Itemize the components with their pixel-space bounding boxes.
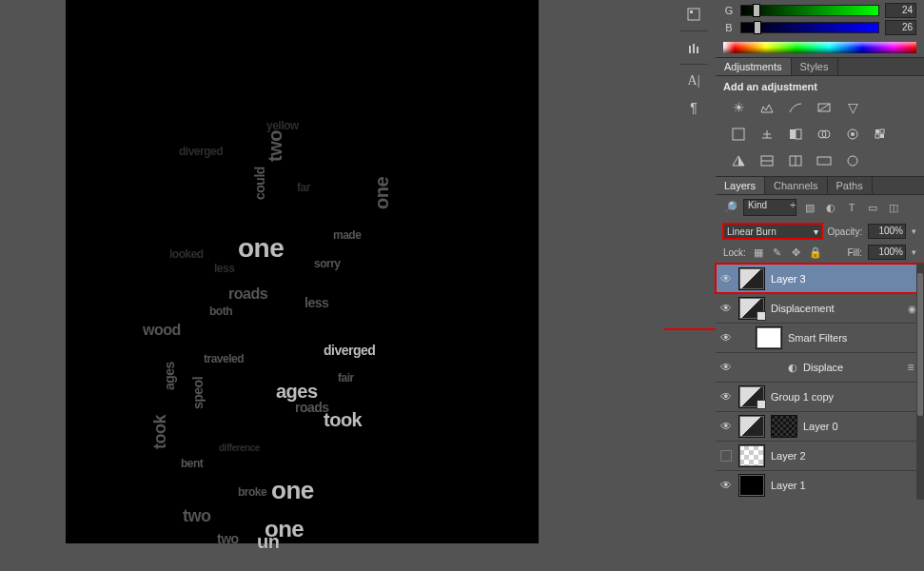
- visibility-toggle-icon[interactable]: 👁: [716, 361, 737, 374]
- color-lookup-icon[interactable]: [872, 127, 891, 142]
- svg-rect-0: [688, 9, 699, 20]
- vibrance-icon[interactable]: ▽: [843, 100, 862, 115]
- layer-name[interactable]: Layer 1: [771, 480, 918, 491]
- tab-adjustments[interactable]: Adjustments: [716, 58, 792, 75]
- blend-opacity-row: Linear Burn▾ Opacity: 100% ▾: [716, 220, 924, 241]
- filter-smart-icon[interactable]: ◫: [886, 200, 901, 215]
- color-balance-icon[interactable]: [757, 127, 777, 142]
- layer-row[interactable]: 👁Smart Filters: [716, 323, 924, 352]
- layer-thumbnail[interactable]: [738, 474, 765, 497]
- paragraph-panel-icon[interactable]: ¶: [680, 95, 707, 120]
- levels-icon[interactable]: [757, 100, 777, 115]
- layer-thumbnail[interactable]: [738, 444, 765, 467]
- layer-row[interactable]: 👁Layer 1: [716, 470, 924, 500]
- character-panel-icon[interactable]: A|: [680, 69, 707, 93]
- fill-value[interactable]: 100%: [868, 245, 906, 260]
- layer-name[interactable]: Displacement: [771, 303, 905, 314]
- hue-sat-icon[interactable]: [729, 127, 748, 142]
- blend-mode-select[interactable]: Linear Burn▾: [723, 224, 822, 239]
- svg-point-9: [851, 132, 855, 136]
- lock-all-icon[interactable]: 🔒: [809, 246, 822, 259]
- history-icon[interactable]: [680, 2, 707, 27]
- artwork-word: two: [217, 531, 239, 546]
- visibility-toggle-icon[interactable]: 👁: [716, 272, 737, 286]
- invert-icon[interactable]: [729, 153, 748, 168]
- filter-type-icon[interactable]: T: [844, 200, 859, 215]
- layer-name[interactable]: Layer 3: [771, 273, 918, 285]
- artwork-word: less: [305, 295, 328, 310]
- tab-styles[interactable]: Styles: [792, 58, 838, 75]
- color-spectrum[interactable]: [723, 42, 916, 53]
- brushes-icon[interactable]: [680, 35, 707, 60]
- lock-position-icon[interactable]: ✥: [790, 246, 803, 259]
- svg-rect-12: [875, 134, 879, 138]
- layer-row[interactable]: 👁◐Displace≡: [716, 352, 924, 382]
- layer-thumbnail[interactable]: [738, 297, 765, 320]
- filter-adjust-icon[interactable]: ◐: [823, 200, 838, 215]
- layer-thumbnail[interactable]: [738, 415, 765, 438]
- tab-channels[interactable]: Channels: [765, 177, 827, 194]
- artwork-word: ages: [162, 362, 177, 390]
- exposure-icon[interactable]: [815, 100, 834, 115]
- visibility-toggle-icon[interactable]: 👁: [716, 479, 737, 492]
- tab-paths[interactable]: Paths: [828, 177, 873, 194]
- adjustment-presets-row3: [716, 149, 924, 176]
- fill-arrow-icon[interactable]: ▾: [912, 247, 916, 257]
- artwork-word: one: [371, 177, 393, 209]
- filter-shape-icon[interactable]: ▭: [865, 200, 880, 215]
- visibility-toggle-icon[interactable]: 👁: [716, 420, 737, 433]
- layer-mask-thumbnail[interactable]: [771, 415, 797, 438]
- layer-row[interactable]: 👁Group 1 copy: [716, 382, 924, 411]
- color-b-value[interactable]: 26: [885, 20, 916, 35]
- visibility-toggle-icon[interactable]: [716, 450, 737, 462]
- threshold-icon[interactable]: [786, 153, 805, 168]
- layer-name[interactable]: Displace: [803, 362, 903, 373]
- color-g-slider[interactable]: [740, 5, 879, 16]
- opacity-value[interactable]: 100%: [868, 224, 906, 239]
- layer-name[interactable]: Layer 2: [771, 450, 918, 462]
- opacity-arrow-icon[interactable]: ▾: [912, 226, 916, 236]
- layer-row[interactable]: 👁Displacement◉: [716, 293, 924, 323]
- artwork-word: two: [265, 130, 286, 162]
- layer-thumbnail[interactable]: [738, 385, 765, 408]
- visibility-toggle-icon[interactable]: 👁: [716, 390, 737, 404]
- layer-name[interactable]: Smart Filters: [788, 332, 918, 344]
- layer-row[interactable]: 👁Layer 0: [716, 411, 924, 441]
- photo-filter-icon[interactable]: [815, 127, 834, 142]
- layer-row[interactable]: Layer 2: [716, 441, 924, 470]
- color-b-slider[interactable]: [740, 22, 879, 33]
- layer-list: 👁Layer 3👁Displacement◉👁Smart Filters👁◐Di…: [716, 264, 924, 500]
- canvas-workspace[interactable]: oneoneonetwotworoadsroadstooktookwoodcou…: [0, 0, 663, 571]
- lock-transparent-icon[interactable]: ▦: [752, 246, 765, 259]
- artwork-word: speol: [190, 377, 206, 409]
- visibility-toggle-icon[interactable]: 👁: [716, 331, 737, 345]
- curves-icon[interactable]: [786, 100, 805, 115]
- black-white-icon[interactable]: [786, 127, 805, 142]
- artwork-word: both: [209, 305, 232, 318]
- artwork-typographic-portrait: oneoneonetwotworoadsroadstooktookwoodcou…: [124, 67, 428, 533]
- visibility-toggle-icon[interactable]: 👁: [716, 302, 737, 315]
- selective-color-icon[interactable]: [843, 153, 862, 168]
- gradient-map-icon[interactable]: [815, 153, 834, 168]
- tab-layers[interactable]: Layers: [716, 177, 765, 194]
- color-g-value[interactable]: 24: [885, 3, 916, 18]
- layer-thumbnail[interactable]: [756, 326, 782, 349]
- layer-filter-kind-select[interactable]: Kind ÷: [743, 199, 796, 216]
- artwork-word: roads: [228, 286, 267, 303]
- filter-search-icon[interactable]: 🔎: [723, 201, 737, 214]
- lock-image-icon[interactable]: ✎: [771, 246, 784, 259]
- posterize-icon[interactable]: [757, 153, 777, 168]
- layers-scrollbar[interactable]: [916, 264, 924, 500]
- document-canvas[interactable]: oneoneonetwotworoadsroadstooktookwoodcou…: [67, 0, 538, 542]
- layer-name[interactable]: Layer 0: [803, 421, 918, 432]
- channel-mixer-icon[interactable]: [843, 127, 862, 142]
- layer-row[interactable]: 👁Layer 3: [716, 264, 924, 293]
- layer-thumbnail[interactable]: [738, 267, 765, 290]
- layer-name[interactable]: Group 1 copy: [771, 391, 918, 403]
- filter-pixel-icon[interactable]: ▧: [802, 200, 817, 215]
- artwork-word: looked: [169, 247, 204, 261]
- svg-rect-16: [817, 157, 831, 165]
- artwork-word: far: [297, 181, 310, 194]
- artwork-word: fair: [338, 371, 354, 384]
- brightness-contrast-icon[interactable]: ☀: [729, 100, 748, 115]
